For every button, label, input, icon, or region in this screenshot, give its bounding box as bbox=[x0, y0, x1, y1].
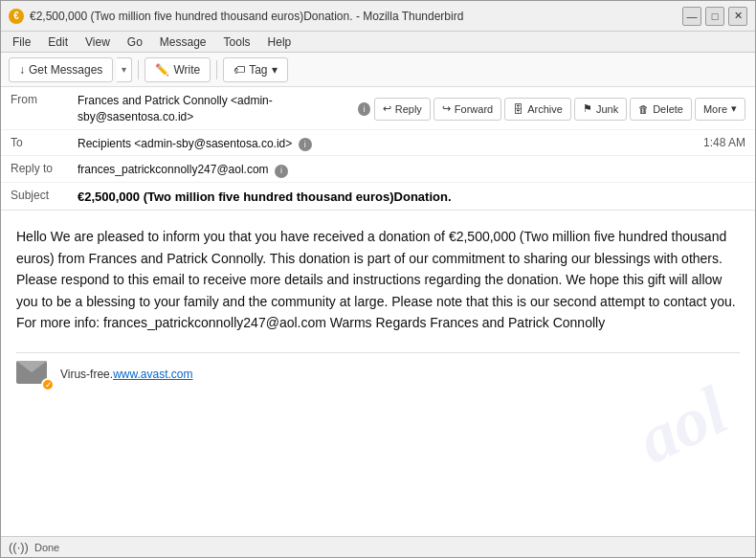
from-info-icon[interactable]: i bbox=[358, 102, 370, 116]
get-messages-dropdown[interactable]: ▾ bbox=[117, 57, 132, 82]
to-info-icon[interactable]: i bbox=[299, 138, 312, 151]
virus-footer: ✓ Virus-free.www.avast.com bbox=[16, 352, 740, 388]
archive-button[interactable]: 🗄 Archive bbox=[504, 98, 571, 121]
archive-icon: 🗄 bbox=[513, 103, 523, 115]
more-button[interactable]: More ▾ bbox=[695, 98, 745, 121]
status-bar: ((·)) Done bbox=[1, 536, 755, 557]
subject-value: €2,500,000 (Two million five hundred tho… bbox=[78, 187, 745, 206]
watermark: aol bbox=[628, 375, 737, 475]
app-icon: € bbox=[9, 9, 24, 24]
menu-help[interactable]: Help bbox=[260, 33, 300, 51]
toolbar-divider-2 bbox=[216, 60, 217, 79]
avast-link[interactable]: www.avast.com bbox=[113, 368, 192, 381]
subject-label: Subject bbox=[11, 187, 78, 202]
main-window: € €2,500,000 (Two million five hundred t… bbox=[0, 0, 756, 558]
menu-go[interactable]: Go bbox=[120, 33, 150, 51]
forward-icon: ↪ bbox=[442, 102, 451, 115]
menu-message[interactable]: Message bbox=[152, 33, 214, 51]
toolbar-divider-1 bbox=[138, 60, 139, 79]
maximize-button[interactable]: □ bbox=[705, 7, 724, 26]
window-controls: — □ ✕ bbox=[682, 7, 747, 26]
from-label: From bbox=[11, 91, 78, 106]
window-title: €2,500,000 (Two million five hundred tho… bbox=[30, 10, 682, 23]
reply-to-label: Reply to bbox=[11, 160, 78, 175]
email-header: From Frances and Patrick Connolly <admin… bbox=[1, 87, 755, 211]
minimize-button[interactable]: — bbox=[682, 7, 701, 26]
delete-icon: 🗑 bbox=[638, 103, 649, 115]
avast-icon: ✓ bbox=[16, 361, 51, 388]
avast-badge-icon: ✓ bbox=[41, 378, 55, 391]
virus-text: Virus-free.www.avast.com bbox=[60, 368, 193, 381]
delete-button[interactable]: 🗑 Delete bbox=[630, 98, 692, 121]
reply-icon: ↩ bbox=[383, 102, 391, 115]
write-button[interactable]: ✏️ Write bbox=[145, 57, 211, 82]
tag-button[interactable]: 🏷 Tag ▾ bbox=[223, 57, 287, 82]
status-text: Done bbox=[34, 542, 59, 553]
reply-to-row: Reply to frances_patrickconnolly247@aol.… bbox=[1, 156, 755, 183]
from-address: Frances and Patrick Connolly <admin-sby@… bbox=[78, 93, 355, 125]
reply-to-value: frances_patrickconnolly247@aol.com i bbox=[78, 160, 745, 178]
menu-file[interactable]: File bbox=[5, 33, 38, 51]
email-body-text: Hello We are pleased to inform you that … bbox=[16, 226, 740, 333]
email-body: aol Hello We are pleased to inform you t… bbox=[1, 211, 755, 536]
close-button[interactable]: ✕ bbox=[728, 7, 747, 26]
get-messages-icon: ↓ bbox=[19, 63, 25, 77]
junk-button[interactable]: ⚑ Junk bbox=[574, 98, 627, 121]
tag-icon: 🏷 bbox=[233, 63, 245, 77]
title-bar: € €2,500,000 (Two million five hundred t… bbox=[1, 1, 755, 32]
to-value: Recipients <admin-sby@sasentosa.co.id> i bbox=[78, 134, 703, 152]
from-row: From Frances and Patrick Connolly <admin… bbox=[1, 87, 755, 130]
tag-dropdown-arrow: ▾ bbox=[272, 63, 278, 77]
more-dropdown-arrow: ▾ bbox=[731, 102, 737, 115]
menu-edit[interactable]: Edit bbox=[40, 33, 76, 51]
forward-button[interactable]: ↪ Forward bbox=[434, 98, 501, 121]
from-value: Frances and Patrick Connolly <admin-sby@… bbox=[78, 91, 745, 125]
main-toolbar: ↓ Get Messages ▾ ✏️ Write 🏷 Tag ▾ bbox=[1, 53, 755, 87]
menu-bar: File Edit View Go Message Tools Help bbox=[1, 32, 755, 53]
email-time: 1:48 AM bbox=[703, 134, 745, 149]
subject-row: Subject €2,500,000 (Two million five hun… bbox=[1, 183, 755, 210]
to-row: To Recipients <admin-sby@sasentosa.co.id… bbox=[1, 130, 755, 157]
get-messages-button[interactable]: ↓ Get Messages bbox=[9, 57, 113, 82]
to-label: To bbox=[11, 134, 78, 149]
reply-button[interactable]: ↩ Reply bbox=[374, 98, 431, 121]
junk-icon: ⚑ bbox=[583, 102, 592, 115]
write-icon: ✏️ bbox=[155, 63, 169, 77]
reply-to-info-icon[interactable]: i bbox=[275, 165, 288, 178]
wifi-icon: ((·)) bbox=[9, 540, 29, 554]
menu-view[interactable]: View bbox=[78, 33, 118, 51]
email-actions: ↩ Reply ↪ Forward 🗄 Archive ⚑ bbox=[374, 98, 745, 121]
menu-tools[interactable]: Tools bbox=[216, 33, 258, 51]
